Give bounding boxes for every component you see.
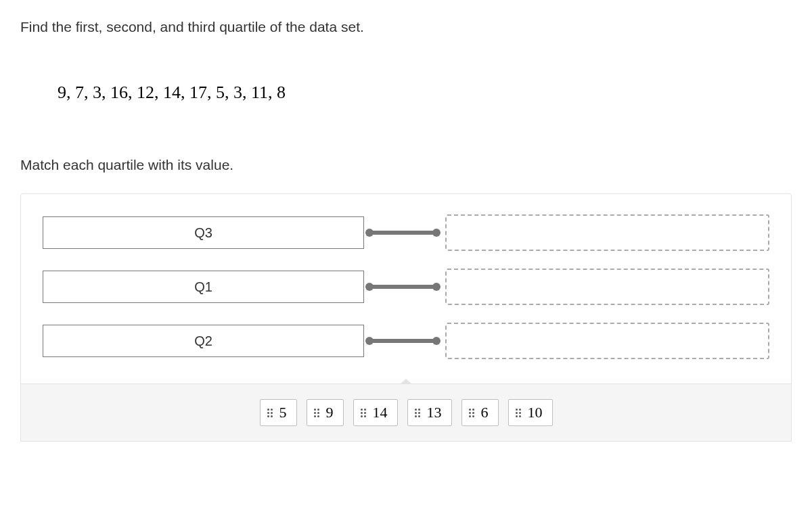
drag-grip-icon (415, 409, 420, 417)
quartile-label-q1: Q1 (43, 271, 364, 303)
connector-line (367, 231, 438, 235)
match-instruction: Match each quartile with its value. (20, 157, 792, 173)
match-row: Q3 (43, 214, 769, 251)
dataset-values: 9, 7, 3, 16, 12, 14, 17, 5, 3, 11, 8 (58, 83, 792, 103)
choice-value: 6 (481, 404, 489, 421)
choice-value: 10 (528, 404, 543, 421)
quartile-label-q3: Q3 (43, 216, 364, 249)
question-container: Find the first, second, and third quarti… (0, 0, 812, 442)
choice-chip[interactable]: 6 (461, 399, 499, 426)
drop-zone-q1[interactable] (445, 269, 769, 305)
drop-zone-q2[interactable] (445, 323, 769, 359)
choice-chip[interactable]: 13 (407, 399, 452, 426)
choice-value: 13 (427, 404, 442, 421)
drag-grip-icon (314, 409, 319, 417)
question-prompt: Find the first, second, and third quarti… (20, 19, 792, 35)
choice-value: 9 (326, 404, 334, 421)
drag-grip-icon (516, 409, 521, 417)
connector-line (367, 339, 438, 343)
choice-value: 5 (279, 404, 287, 421)
match-row: Q2 (43, 323, 769, 359)
choice-chip[interactable]: 5 (260, 399, 297, 426)
matching-panel: Q3 Q1 Q2 (20, 193, 792, 384)
choice-chip[interactable]: 9 (307, 399, 344, 426)
quartile-label-q2: Q2 (43, 325, 364, 357)
connector-line (367, 285, 438, 289)
choice-chip[interactable]: 10 (508, 399, 553, 426)
choice-chip[interactable]: 14 (353, 399, 398, 426)
drop-zone-q3[interactable] (445, 214, 769, 251)
choices-bar: 5 9 14 13 6 10 (20, 384, 792, 442)
drag-grip-icon (469, 409, 474, 417)
choice-value: 14 (373, 404, 388, 421)
drag-grip-icon (267, 409, 273, 417)
drag-grip-icon (361, 409, 366, 417)
match-row: Q1 (43, 269, 769, 305)
